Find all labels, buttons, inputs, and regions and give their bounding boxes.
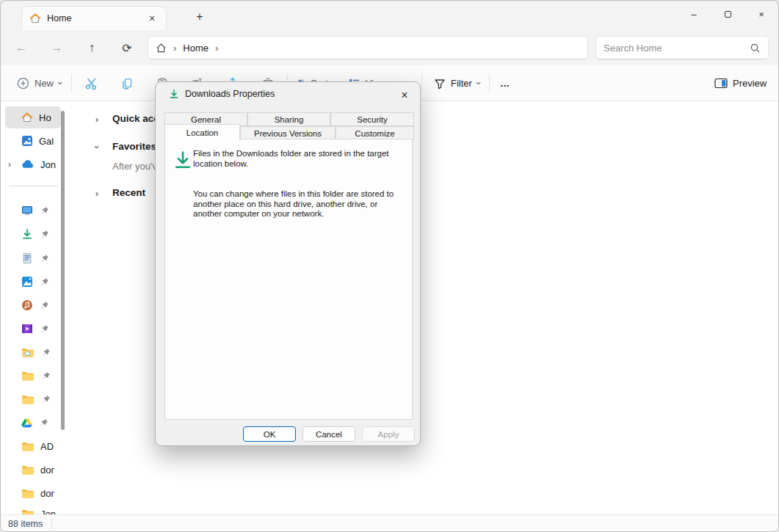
plus-circle-icon [17, 77, 29, 90]
pin-icon [42, 348, 51, 357]
breadcrumb-item-home[interactable]: Home [183, 43, 209, 54]
explorer-tab-home[interactable]: Home × [21, 6, 167, 30]
home-icon [156, 43, 167, 54]
sidebar-item-downloads[interactable] [5, 223, 61, 245]
sidebar-item-label: Ho [39, 112, 51, 123]
tab-strip: Home × + – × [1, 1, 778, 30]
filter-button[interactable]: Filter › [430, 72, 485, 95]
ok-button[interactable]: OK [243, 426, 296, 442]
folder-icon [21, 464, 35, 475]
search-icon[interactable] [750, 43, 761, 54]
pictures-icon [21, 276, 33, 288]
cut-button[interactable] [82, 74, 101, 92]
folder-icon [21, 488, 35, 498]
refresh-button[interactable]: ⟳ [115, 36, 139, 59]
dialog-close-button[interactable]: × [395, 86, 414, 105]
sidebar-item-label: dor [40, 464, 54, 475]
folder-icon [21, 441, 35, 451]
favorites-chevron-icon[interactable]: › [92, 142, 103, 153]
sidebar-item-folder-pinned[interactable] [5, 365, 61, 387]
google-drive-icon [21, 418, 32, 428]
tab-sharing[interactable]: Sharing [247, 112, 330, 126]
status-bar: 88 items [1, 514, 778, 532]
folder-cloud-icon [21, 347, 35, 357]
maximize-button[interactable] [711, 1, 744, 27]
sidebar-scrollbar[interactable] [61, 111, 65, 430]
chevron-right-icon: › [173, 43, 176, 54]
music-icon [21, 299, 33, 311]
minimize-button[interactable]: – [677, 1, 711, 27]
sidebar-item-google-drive[interactable] [5, 412, 61, 434]
sidebar-item-folder-dor[interactable]: dor [5, 482, 61, 504]
tab-close-icon[interactable]: × [145, 12, 159, 24]
download-icon [173, 150, 193, 170]
section-recent[interactable]: Recent [112, 187, 145, 198]
sidebar-item-folder-dor[interactable]: dor [5, 459, 61, 481]
folder-icon [21, 371, 35, 381]
preview-button[interactable]: Preview [710, 72, 771, 95]
home-icon [21, 112, 33, 123]
sidebar-item-home[interactable]: Ho [5, 106, 61, 128]
search-box[interactable] [595, 36, 769, 59]
toolbar-separator [71, 74, 72, 92]
dialog-title: Downloads Properties [185, 89, 275, 99]
new-label: New [35, 78, 54, 89]
preview-label: Preview [733, 78, 767, 89]
desktop-icon [21, 205, 33, 216]
download-icon [21, 228, 33, 240]
file-explorer-window: Home × + – × ← → ↑ ⟳ › Home › [0, 0, 779, 532]
tab-label: Home [47, 13, 71, 23]
chevron-down-icon: › [55, 81, 66, 84]
breadcrumb[interactable]: › Home › [148, 36, 588, 59]
sidebar-item-videos[interactable] [5, 318, 61, 340]
tab-location[interactable]: Location [164, 124, 240, 140]
quick-access-chevron-icon[interactable]: › [92, 114, 102, 125]
pin-icon [40, 418, 48, 427]
sidebar-item-folder-ad[interactable]: AD [5, 435, 61, 457]
apply-button[interactable]: Apply [362, 426, 415, 442]
sidebar-item-onedrive[interactable]: Jon [5, 153, 61, 175]
close-button[interactable]: × [744, 1, 778, 27]
chevron-down-icon: › [474, 81, 485, 84]
sidebar-item-gallery[interactable]: Gal [5, 130, 61, 152]
pin-icon [40, 301, 49, 310]
more-options-button[interactable]: … [496, 72, 515, 95]
dialog-title-bar: Downloads Properties [169, 89, 275, 99]
new-button[interactable]: New › [12, 72, 66, 95]
pin-icon [40, 324, 49, 333]
tab-security[interactable]: Security [330, 112, 414, 126]
videos-icon [21, 323, 33, 335]
home-icon [29, 12, 41, 24]
forward-button[interactable]: → [45, 36, 68, 59]
sidebar-item-documents[interactable] [5, 247, 61, 269]
sidebar-item-label: AD [40, 441, 54, 452]
toolbar-separator [421, 74, 422, 92]
recent-chevron-icon[interactable]: › [92, 188, 102, 199]
sidebar-item-folder-pinned[interactable] [5, 388, 61, 410]
sidebar-item-desktop[interactable] [5, 200, 61, 222]
new-tab-button[interactable]: + [190, 8, 209, 26]
sidebar-item-onedrive-folder[interactable] [5, 341, 61, 363]
sidebar-item-label: Gal [39, 136, 54, 147]
preview-pane-icon [714, 78, 728, 89]
chevron-right-icon[interactable]: › [215, 43, 218, 54]
sidebar-item-pictures[interactable] [5, 271, 61, 293]
cancel-button[interactable]: Cancel [302, 426, 355, 442]
sidebar-item-music[interactable] [5, 294, 61, 316]
section-favorites[interactable]: Favorites [112, 141, 156, 152]
filter-icon [434, 78, 446, 90]
pin-icon [40, 254, 49, 263]
onedrive-cloud-icon [21, 160, 35, 169]
pin-icon [40, 277, 49, 286]
copy-button[interactable] [117, 74, 136, 92]
address-row: ← → ↑ ⟳ › Home › [1, 30, 778, 65]
location-intro-text: Files in the Downloads folder are stored… [193, 149, 397, 169]
search-input[interactable] [604, 43, 750, 54]
document-icon [21, 252, 33, 264]
up-button[interactable]: ↑ [80, 36, 104, 59]
pin-icon [40, 230, 49, 238]
downloads-properties-dialog: Downloads Properties × General Sharing S… [155, 81, 421, 446]
download-icon [169, 89, 179, 99]
location-tab-page: Files in the Downloads folder are stored… [164, 139, 413, 420]
back-button[interactable]: ← [10, 36, 33, 59]
